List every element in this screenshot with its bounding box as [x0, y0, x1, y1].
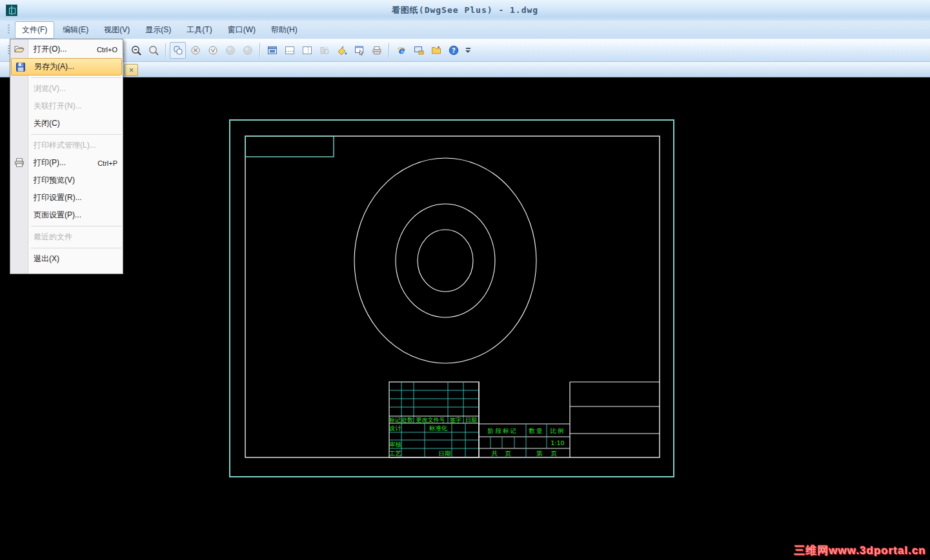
window-horizontal-split-icon: [284, 45, 296, 56]
internet-explorer-icon: e: [396, 45, 407, 56]
circle-check-icon: [207, 45, 219, 56]
viewport-overlap-icon: [172, 45, 184, 56]
menu-file[interactable]: 文件(F): [15, 21, 54, 39]
menu-separator: [31, 226, 121, 226]
svg-text:设计: 设计: [389, 425, 402, 432]
send-mail-button[interactable]: [410, 42, 427, 59]
menu-view[interactable]: 视图(V): [97, 21, 137, 39]
svg-text:更改文件号: 更改文件号: [416, 417, 445, 423]
window-vertical-split-icon: [301, 45, 313, 56]
svg-text:工艺: 工艺: [389, 450, 402, 457]
chevron-down-icon: [465, 50, 470, 53]
sphere-button-1[interactable]: [222, 42, 238, 59]
menu-item-plot-style-manager[interactable]: 打印样式管理(L)...: [10, 137, 123, 154]
window-horizontal-split-button[interactable]: [281, 42, 298, 59]
menu-bar: 文件(F) 编辑(E) 视图(V) 显示(S) 工具(T) 窗口(W) 帮助(H…: [0, 21, 930, 39]
toolbar: e ?: [0, 39, 930, 62]
menu-item-exit[interactable]: 退出(X): [10, 250, 123, 268]
svg-text:1:10: 1:10: [551, 439, 564, 446]
printer-icon: [14, 157, 25, 168]
properties-icon: [354, 45, 365, 56]
open-folder-button[interactable]: [428, 42, 444, 59]
send-mail-icon: [413, 45, 425, 56]
menu-item-recent-files[interactable]: 最近的文件: [10, 228, 123, 246]
menu-item-browse[interactable]: 浏览(V)...: [10, 80, 123, 97]
save-icon: [15, 61, 26, 73]
svg-text:审核: 审核: [389, 441, 402, 448]
sphere-icon: [225, 45, 236, 56]
menu-help[interactable]: 帮助(H): [264, 21, 305, 39]
close-icon: ×: [129, 66, 134, 75]
zoom-realtime-button[interactable]: [145, 42, 161, 59]
zoom-out-icon: [130, 45, 142, 56]
tab-close-button[interactable]: ×: [125, 64, 138, 76]
menu-separator: [31, 77, 121, 78]
fill-style-button[interactable]: [334, 42, 350, 59]
menu-display[interactable]: 显示(S): [138, 21, 178, 39]
help-button[interactable]: ?: [445, 42, 461, 59]
menu-item-print-preview[interactable]: 打印预览(V): [10, 172, 123, 189]
menu-separator: [31, 134, 121, 135]
print-list-button[interactable]: [369, 42, 385, 59]
svg-text:签字: 签字: [450, 417, 461, 423]
svg-text:第: 第: [536, 450, 543, 457]
menu-item-print-setup[interactable]: 打印设置(R)...: [10, 189, 123, 206]
menu-item-close[interactable]: 关闭(C): [10, 115, 123, 132]
print-list-icon: [371, 45, 383, 56]
watermark: 三维网www.3dportal.cn: [794, 543, 926, 558]
svg-text:e: e: [398, 45, 405, 55]
svg-text:处数: 处数: [401, 417, 413, 423]
svg-text:共: 共: [491, 450, 498, 457]
circle-cross-icon: [190, 45, 201, 56]
menu-item-save-as[interactable]: 另存为(A)...: [11, 58, 122, 75]
internet-explorer-button[interactable]: e: [393, 42, 409, 59]
title-bar: 看图纸(DwgSee Plus) - 1.dwg: [0, 0, 930, 21]
menu-separator: [31, 248, 121, 248]
viewport-overlap-button[interactable]: [170, 42, 186, 59]
properties-button[interactable]: [351, 42, 367, 59]
menu-item-print[interactable]: 打印(P)... Ctrl+P: [10, 154, 123, 172]
window-single-icon: [267, 45, 278, 56]
zoom-realtime-icon: [148, 45, 159, 56]
document-tab-strip: ×: [0, 62, 930, 77]
app-icon: [6, 5, 17, 16]
toolbar-overflow-button[interactable]: [463, 42, 472, 59]
svg-text:阶段标记: 阶段标记: [488, 427, 518, 434]
title-block: 标记 处数 更改文件号 签字 日期 设计 标准化 审核 工艺 日期: [389, 382, 660, 457]
window-single-button[interactable]: [264, 42, 280, 59]
svg-text:数量: 数量: [529, 427, 544, 434]
menu-tools[interactable]: 工具(T): [179, 21, 219, 39]
svg-text:日期: 日期: [465, 417, 477, 423]
window-vertical-split-button[interactable]: [299, 42, 315, 59]
open-folder-icon: [430, 45, 442, 56]
fill-style-icon: [336, 45, 348, 56]
svg-text:比例: 比例: [551, 427, 565, 434]
zoom-out-button[interactable]: [128, 42, 144, 59]
open-file-icon: [14, 43, 25, 55]
drawing-canvas[interactable]: 标记 处数 更改文件号 签字 日期 设计 标准化 审核 工艺 日期: [0, 77, 930, 560]
svg-text:页: 页: [551, 450, 557, 457]
svg-text:日期: 日期: [439, 450, 451, 457]
menu-item-associated-open[interactable]: 关联打开(N)...: [10, 97, 123, 115]
dwg-drawing: 标记 处数 更改文件号 签字 日期 设计 标准化 审核 工艺 日期: [0, 77, 930, 560]
circle-cross-button[interactable]: [187, 42, 203, 59]
sphere-icon: [242, 45, 254, 56]
structure-button[interactable]: [316, 42, 332, 59]
toolbar-overflow-bar: [466, 48, 470, 49]
circle-check-button[interactable]: [205, 42, 221, 59]
menubar-grip-handle[interactable]: [8, 25, 10, 35]
svg-text:?: ?: [452, 47, 456, 54]
structure-icon: [319, 45, 330, 56]
menu-window[interactable]: 窗口(W): [221, 21, 263, 39]
window-title: 看图纸(DwgSee Plus) - 1.dwg: [0, 5, 930, 16]
sphere-button-2[interactable]: [239, 42, 256, 59]
file-menu-popup: 打开(O)... Ctrl+O 另存为(A)... 浏览(V)... 关联打开(…: [10, 39, 123, 274]
help-icon: ?: [448, 45, 460, 56]
menu-item-page-setup[interactable]: 页面设置(P)...: [10, 206, 123, 224]
svg-text:页: 页: [505, 450, 511, 457]
svg-text:标记: 标记: [389, 417, 401, 423]
menu-item-open[interactable]: 打开(O)... Ctrl+O: [10, 41, 123, 58]
part-circles: [354, 158, 536, 363]
menu-edit[interactable]: 编辑(E): [56, 21, 96, 39]
svg-text:标准化: 标准化: [429, 425, 448, 432]
